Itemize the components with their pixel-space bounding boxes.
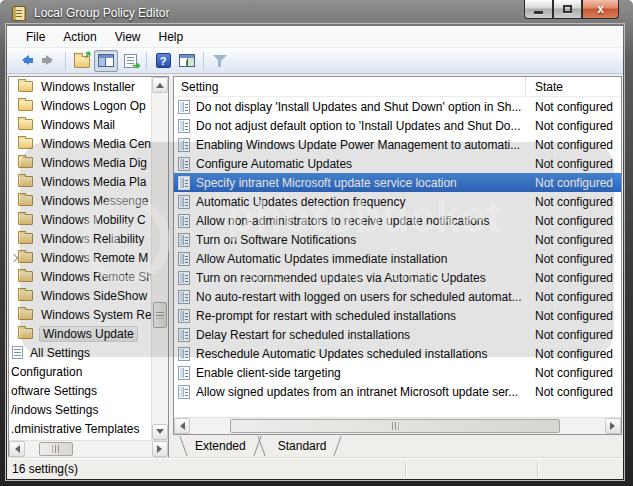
state-value: Not configured [526, 100, 621, 114]
tree-item-label: .dministrative Templates [9, 422, 142, 436]
folder-icon [18, 195, 33, 206]
forward-button[interactable] [37, 50, 61, 72]
policy-document-icon [178, 233, 190, 247]
tree-item-oftware-settings[interactable]: oftware Settings [9, 381, 151, 400]
tree-item-windows-remote-sh[interactable]: Windows Remote Sh [9, 267, 151, 286]
tree-view: Windows InstallerWindows Logon OpWindows… [9, 77, 151, 440]
menu-bar: FileActionViewHelp [7, 26, 623, 47]
tree-item-label: Windows Media Cen [39, 137, 151, 151]
tree-item-label: Configuration [9, 365, 84, 379]
menu-item-action[interactable]: Action [54, 28, 105, 46]
result-pane-column: Setting State Do not display 'Install Up… [173, 76, 622, 458]
scroll-up-button[interactable] [152, 77, 168, 93]
tree-vertical-scrollbar[interactable] [151, 77, 168, 440]
menu-item-view[interactable]: View [106, 28, 150, 46]
policy-document-icon [178, 271, 190, 285]
setting-row[interactable]: Allow signed updates from an intranet Mi… [174, 382, 621, 401]
setting-row[interactable]: Specify intranet Microsoft update servic… [174, 173, 621, 192]
list-horizontal-scrollbar[interactable] [174, 417, 621, 434]
setting-row[interactable]: Turn on Software NotificationsNot config… [174, 230, 621, 249]
title-bar[interactable]: Local Group Policy Editor x [0, 0, 633, 26]
tree-item-windows-update[interactable]: Windows Update [9, 324, 151, 343]
tree-hscroll-thumb[interactable] [39, 442, 73, 456]
expand-chevron-icon[interactable] [10, 254, 18, 262]
tree-item-label: Windows Mail [39, 118, 117, 132]
scroll-left-button[interactable] [9, 441, 25, 457]
folder-icon [18, 138, 33, 149]
setting-row[interactable]: Do not display 'Install Updates and Shut… [174, 97, 621, 116]
tree-item-windows-mobility-c[interactable]: Windows Mobility C [9, 210, 151, 229]
tree-item-windows-system-re[interactable]: Windows System Re [9, 305, 151, 324]
list-hscroll-thumb[interactable] [230, 419, 560, 433]
setting-row[interactable]: Delay Restart for scheduled installation… [174, 325, 621, 344]
tree-item-windows-remote-m[interactable]: Windows Remote M [9, 248, 151, 267]
setting-row[interactable]: Automatic Updates detection frequencyNot… [174, 192, 621, 211]
tree-scroll-thumb[interactable] [153, 302, 167, 328]
tree-item-windows-messenge[interactable]: Windows Messenge [9, 191, 151, 210]
folder-icon [18, 100, 33, 111]
tree-item-windows-mail[interactable]: Windows Mail [9, 115, 151, 134]
menu-item-file[interactable]: File [17, 28, 54, 46]
show-action-pane-button[interactable] [175, 50, 199, 72]
setting-row[interactable]: No auto-restart with logged on users for… [174, 287, 621, 306]
setting-row[interactable]: Allow Automatic Updates immediate instal… [174, 249, 621, 268]
triangle-left-icon [11, 445, 20, 453]
state-value: Not configured [526, 309, 621, 323]
setting-row[interactable]: Allow non-administrators to receive upda… [174, 211, 621, 230]
setting-row[interactable]: Turn on recommended updates via Automati… [174, 268, 621, 287]
column-header-setting[interactable]: Setting [174, 77, 526, 96]
tree-item-windows-media-dig[interactable]: Windows Media Dig [9, 153, 151, 172]
setting-row[interactable]: Do not adjust default option to 'Install… [174, 116, 621, 135]
view-tabs: ExtendedStandard [173, 435, 622, 458]
tree-horizontal-scrollbar[interactable] [9, 440, 168, 457]
tree-item-windows-media-cen[interactable]: Windows Media Cen [9, 134, 151, 153]
tree-item-dministrative-templates[interactable]: .dministrative Templates [9, 419, 151, 438]
maximize-button[interactable] [553, 0, 582, 19]
setting-name: Delay Restart for scheduled installation… [196, 328, 410, 342]
filter-button[interactable] [208, 50, 232, 72]
setting-row[interactable]: Configure Automatic UpdatesNot configure… [174, 154, 621, 173]
setting-name: Reschedule Automatic Updates scheduled i… [196, 347, 488, 361]
setting-row[interactable]: Enable client-side targetingNot configur… [174, 363, 621, 382]
policy-document-icon [178, 119, 190, 133]
tree-item-windows-installer[interactable]: Windows Installer [9, 77, 151, 96]
scroll-right-button[interactable] [605, 418, 621, 434]
export-list-button[interactable] [118, 50, 142, 72]
triangle-right-icon [610, 422, 619, 430]
filter-funnel-icon [213, 55, 228, 69]
setting-row[interactable]: Re-prompt for restart with scheduled ins… [174, 306, 621, 325]
state-value: Not configured [526, 195, 621, 209]
minimize-button[interactable] [524, 0, 553, 19]
triangle-down-icon [156, 429, 164, 438]
menu-item-help[interactable]: Help [150, 28, 193, 46]
tree-item-configuration[interactable]: Configuration [9, 362, 151, 381]
setting-cell: Specify intranet Microsoft update servic… [174, 176, 526, 190]
column-header-state[interactable]: State [526, 77, 621, 96]
policy-document-icon [178, 366, 190, 380]
tree-item-windows-sideshow[interactable]: Windows SideShow [9, 286, 151, 305]
scroll-down-button[interactable] [152, 424, 168, 440]
tree-item-windows-reliability[interactable]: Windows Reliability [9, 229, 151, 248]
scroll-left-button[interactable] [174, 418, 190, 434]
tree-item-all-settings[interactable]: All Settings [9, 343, 151, 362]
setting-row[interactable]: Reschedule Automatic Updates scheduled i… [174, 344, 621, 363]
folder-icon [18, 176, 33, 187]
show-console-tree-button[interactable] [94, 50, 118, 72]
tree-item-windows-logon-op[interactable]: Windows Logon Op [9, 96, 151, 115]
folder-icon [18, 290, 33, 301]
tree-item-windows-media-pla[interactable]: Windows Media Pla [9, 172, 151, 191]
tree-item-label: Windows Mobility C [39, 213, 148, 227]
setting-row[interactable]: Enabling Windows Update Power Management… [174, 135, 621, 154]
up-one-level-button[interactable] [70, 50, 94, 72]
folder-icon [18, 252, 33, 263]
close-button[interactable]: x [582, 0, 619, 19]
triangle-up-icon [156, 79, 164, 88]
scroll-right-button[interactable] [152, 441, 168, 457]
tab-extended[interactable]: Extended [179, 435, 262, 458]
state-value: Not configured [526, 138, 621, 152]
back-button[interactable] [13, 50, 37, 72]
policy-document-icon [178, 347, 190, 361]
tab-standard[interactable]: Standard [262, 435, 343, 458]
tree-item-indows-settings[interactable]: /indows Settings [9, 400, 151, 419]
help-button[interactable]: ? [151, 50, 175, 72]
